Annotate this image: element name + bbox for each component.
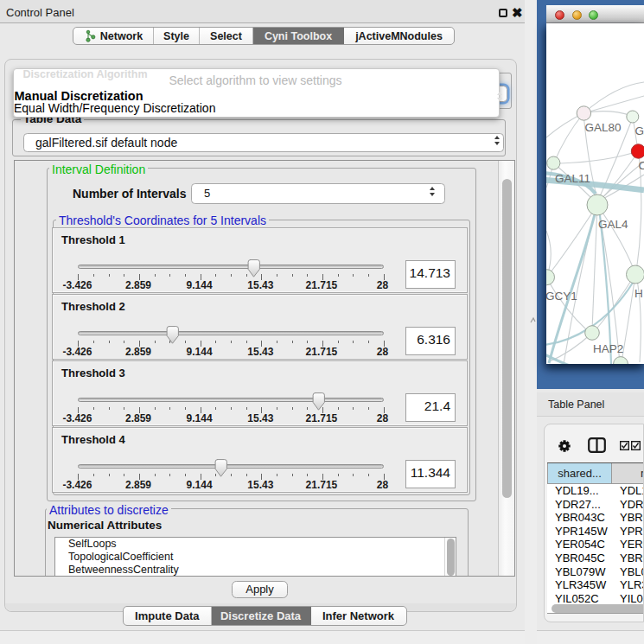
svg-text:GAL11: GAL11 bbox=[555, 172, 590, 185]
svg-text:GAL80: GAL80 bbox=[585, 121, 622, 134]
svg-text:GA: GA bbox=[635, 124, 644, 137]
svg-text:C: C bbox=[639, 159, 644, 172]
svg-text:GCY1: GCY1 bbox=[546, 290, 577, 303]
svg-text:HAP2: HAP2 bbox=[593, 342, 623, 355]
svg-text:H: H bbox=[634, 287, 643, 300]
svg-text:GAL4: GAL4 bbox=[598, 218, 628, 231]
